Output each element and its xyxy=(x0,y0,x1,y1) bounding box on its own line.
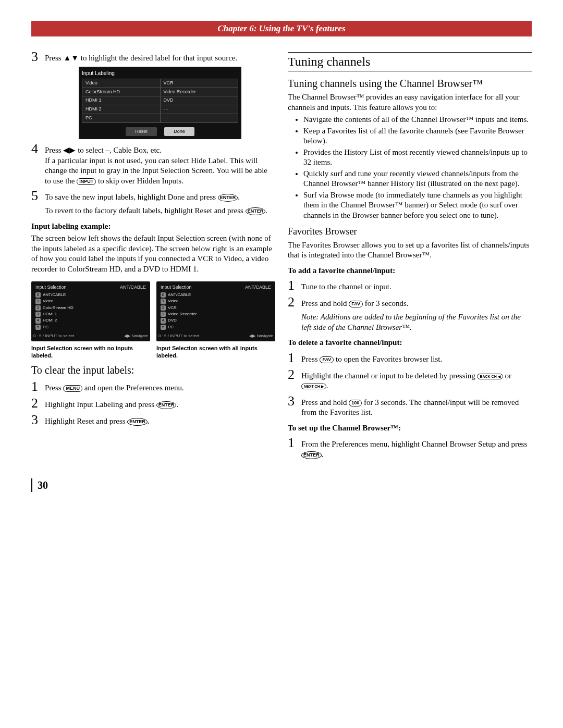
table-cell: - - xyxy=(160,105,238,114)
footer-hint: 0 · 5 / INPUT to select xyxy=(158,334,199,339)
list-item: PC xyxy=(168,325,174,329)
text: . xyxy=(148,417,150,425)
table-cell: PC xyxy=(82,114,161,122)
list-item: Provides the History List of most recent… xyxy=(303,147,532,168)
text: to open the Favorites browser list. xyxy=(336,355,442,363)
enter-button-icon: ENTER xyxy=(156,401,177,409)
input-labeling-table: VideoVCR ColorStream HDVideo Recorder HD… xyxy=(82,79,238,122)
next-ch-icon: NEXT CH ▶ xyxy=(301,384,326,389)
list-item: ANT/CABLE xyxy=(168,292,191,297)
text: Press and hold xyxy=(301,398,347,406)
screen-title: Input Selection xyxy=(35,285,67,291)
text: Press xyxy=(45,384,62,392)
text: Highlight Reset and press xyxy=(45,417,126,425)
list-item: Surf via Browse mode (to immediately tun… xyxy=(303,190,532,221)
step-3: 3 Press ▲▼ to highlight the desired labe… xyxy=(31,50,275,64)
add-step-1: 1 Tune to the channel or input. xyxy=(288,279,532,292)
del-step-3: 3 Press and hold 100 for 3 seconds. The … xyxy=(288,394,532,418)
enter-button-icon: ENTER xyxy=(246,207,266,215)
step-number: 3 xyxy=(31,50,45,64)
step-text: Press ◀▶ to select –, Cable Box, etc. xyxy=(45,146,162,154)
footer-hint: 0 · 5 / INPUT to select xyxy=(33,334,74,339)
example-paragraph: The screen below left shows the default … xyxy=(31,233,275,274)
enter-button-icon: ENTER xyxy=(127,418,148,426)
chapter-header: Chapter 6: Using the TV's features xyxy=(31,21,532,36)
list-item: HDMI 1 xyxy=(43,312,57,316)
right-column: Tuning channels Tuning channels using th… xyxy=(288,47,532,463)
screens-row: Input SelectionANT/CABLE 0ANT/CABLE 1Vid… xyxy=(31,278,275,359)
left-column: 3 Press ▲▼ to highlight the desired labe… xyxy=(31,47,275,463)
list-item: ColorStream HD xyxy=(43,305,74,310)
list-item: Video xyxy=(168,299,178,303)
table-cell: ColorStream HD xyxy=(82,88,161,96)
add-step-2: 2 Press and hold FAV for 3 seconds. xyxy=(288,295,532,309)
tuning-subheading: Tuning channels using the Channel Browse… xyxy=(288,77,532,90)
step-text: to skip over Hidden Inputs. xyxy=(98,177,183,185)
setup-step-1: 1 From the Preferences menu, highlight C… xyxy=(288,436,532,460)
text: Highlight Input Labeling and press xyxy=(45,400,154,409)
step-number: 5 xyxy=(31,189,45,203)
step-number: 1 xyxy=(288,351,301,365)
step-number: 2 xyxy=(31,397,45,410)
back-ch-icon: BACK CH ◀ xyxy=(477,374,503,379)
setup-title: To set up the Channel Browser™: xyxy=(288,423,532,434)
feature-bullets: Navigate the contents of all of the Chan… xyxy=(303,115,532,220)
list-item: Video xyxy=(43,299,53,303)
screen-title: Input Selection xyxy=(161,285,192,291)
table-cell: Video Recorder xyxy=(160,88,238,96)
text: From the Preferences menu, highlight Cha… xyxy=(301,440,527,448)
step-number: 3 xyxy=(288,394,301,408)
text: To revert to the factory default labels,… xyxy=(45,206,243,215)
table-cell: VCR xyxy=(160,79,238,88)
hundred-button-icon: 100 xyxy=(349,400,362,406)
fav-button-icon: FAV xyxy=(349,301,363,307)
clear-labels-heading: To clear the input labels: xyxy=(31,363,275,377)
step-number: 1 xyxy=(288,279,301,292)
clear-step-1: 1 Press MENU and open the Preferences me… xyxy=(31,380,275,393)
input-selection-screen-right: Input SelectionANT/CABLE 0ANT/CABLE 1Vid… xyxy=(156,281,275,341)
step-number: 1 xyxy=(31,380,45,393)
input-button-icon: INPUT xyxy=(77,178,96,185)
step-text: To save the new input labels, highlight … xyxy=(45,193,216,201)
menu-button-icon: MENU xyxy=(63,385,82,392)
done-button[interactable]: Done xyxy=(164,127,194,137)
enter-button-icon: ENTER xyxy=(218,194,238,202)
table-cell: Video xyxy=(82,79,161,88)
text: . xyxy=(322,450,324,459)
list-item: Keep a Favorites list of all the favorit… xyxy=(303,126,532,146)
step-text: Tune to the channel or input. xyxy=(301,279,532,292)
reset-instruction: To revert to the factory default labels,… xyxy=(45,206,275,216)
screen-caption: Input Selection screen with no inputs la… xyxy=(31,344,150,360)
screen-caption: Input Selection screen with all inputs l… xyxy=(156,344,275,360)
text: . xyxy=(176,400,178,409)
add-note: Note: Additions are added to the beginni… xyxy=(301,312,532,332)
text: for 3 seconds. xyxy=(365,299,409,307)
dialog-title: Input Labeling xyxy=(82,70,238,77)
step-number: 2 xyxy=(288,295,301,309)
tuning-channels-heading: Tuning channels xyxy=(288,52,532,71)
page-number: 30 xyxy=(31,478,532,492)
input-selection-screen-left: Input SelectionANT/CABLE 0ANT/CABLE 1Vid… xyxy=(31,281,150,341)
text: and open the Preferences menu. xyxy=(84,384,184,392)
clear-step-2: 2 Highlight Input Labeling and press ENT… xyxy=(31,397,275,410)
list-item: Navigate the contents of all of the Chan… xyxy=(303,115,532,125)
clear-step-3: 3 Highlight Reset and press ENTER. xyxy=(31,413,275,427)
delete-favorite-title: To delete a favorite channel/input: xyxy=(288,338,532,348)
reset-button[interactable]: Reset xyxy=(126,127,157,137)
list-item: HDMI 2 xyxy=(43,318,57,323)
step-text: . xyxy=(238,193,240,201)
two-column-layout: 3 Press ▲▼ to highlight the desired labe… xyxy=(31,47,532,463)
list-item: DVD xyxy=(168,318,177,323)
footer-hint: ◀▶ Navigate xyxy=(249,334,273,339)
text: . xyxy=(326,381,328,390)
step-number: 4 xyxy=(31,142,45,156)
del-step-1: 1 Press FAV to open the Favorites browse… xyxy=(288,351,532,365)
text: Highlight the channel or input to be del… xyxy=(301,372,475,380)
enter-button-icon: ENTER xyxy=(301,451,322,459)
step-4: 4 Press ◀▶ to select –, Cable Box, etc. … xyxy=(31,142,275,186)
list-item: Video Recorder xyxy=(168,312,197,316)
step-5: 5 To save the new input labels, highligh… xyxy=(31,189,275,203)
step-number: 3 xyxy=(31,413,45,427)
input-labeling-dialog: Input Labeling VideoVCR ColorStream HDVi… xyxy=(79,67,241,139)
step-number: 1 xyxy=(288,436,301,450)
